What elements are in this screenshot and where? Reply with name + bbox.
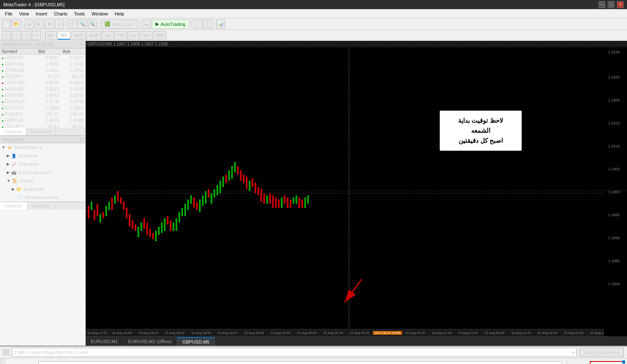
line-tool-button[interactable]: ╱ bbox=[193, 20, 202, 29]
expert-dropdown[interactable]: 2 MA Crosses Mega filter EA V1.ex4 ▾ bbox=[12, 348, 577, 357]
tf-h1[interactable]: H1 bbox=[102, 31, 114, 40]
close-button[interactable]: ✕ bbox=[617, 1, 624, 8]
autotrading-icon: ▶ bbox=[155, 21, 159, 27]
tf-m30[interactable]: M30 bbox=[87, 31, 101, 40]
toolbar2-icon1[interactable]: | bbox=[2, 31, 11, 40]
nav-tab-favorites[interactable]: Favorites bbox=[28, 202, 55, 210]
tf-m1[interactable]: M1 bbox=[45, 31, 57, 40]
navigator-tabs: Common Favorites bbox=[0, 202, 85, 210]
new-order-button[interactable]: 💹 New Order bbox=[101, 20, 138, 29]
chart-tab-eurusd-m1[interactable]: EURUSD,M1 bbox=[86, 338, 123, 345]
svg-text:1.1920: 1.1920 bbox=[608, 98, 620, 102]
market-watch-row[interactable]: ● EURGBP 0.8843 0.8846 bbox=[0, 92, 85, 99]
nav-accounts[interactable]: ▶ 👤 Accounts bbox=[0, 152, 85, 160]
svg-rect-35 bbox=[178, 212, 180, 222]
minimize-button[interactable]: ─ bbox=[599, 1, 605, 8]
bid-cell: 0.8921 bbox=[36, 55, 61, 61]
svg-rect-27 bbox=[155, 231, 157, 241]
bid-cell: 1.2894 bbox=[36, 105, 61, 111]
toolbar2-icon4[interactable]: A bbox=[32, 31, 41, 40]
market-watch-row[interactable]: ● USDCHF 0.8921 0.8925 bbox=[0, 55, 85, 61]
ask-cell: 1.6342 bbox=[61, 61, 85, 67]
indicator-button[interactable]: 📊 bbox=[216, 20, 225, 29]
bid-cell: 1.0515 bbox=[36, 86, 61, 92]
market-watch-close[interactable]: ✕ bbox=[79, 42, 83, 47]
menu-tools[interactable]: Tools bbox=[71, 10, 88, 17]
svg-text:1.1910: 1.1910 bbox=[608, 144, 620, 148]
navigator-close[interactable]: ✕ bbox=[79, 136, 83, 142]
period-dropdown[interactable]: M5 ▾ bbox=[590, 361, 624, 364]
market-watch-row[interactable]: ● EURCHF 1.2894 1.2897 bbox=[0, 105, 85, 111]
tf-m15[interactable]: M15 bbox=[71, 31, 86, 40]
refresh-button[interactable]: ↺ bbox=[55, 20, 64, 29]
menu-view[interactable]: View bbox=[16, 10, 33, 17]
market-watch-scroll[interactable]: Symbol Bid Ask ● USDCHF 0.8921 0.8925 ● … bbox=[0, 48, 85, 128]
nav-examples[interactable]: ▶ 📁 Examples bbox=[0, 185, 85, 193]
menu-bar: File View Insert Charts Tools Window Hel… bbox=[0, 9, 627, 18]
tf-m5[interactable]: M5 bbox=[58, 31, 70, 40]
svg-rect-40 bbox=[193, 197, 195, 208]
market-watch-row[interactable]: ● CADJPY 86.43 86.49 bbox=[0, 124, 85, 128]
svg-text:1.1915: 1.1915 bbox=[608, 121, 620, 125]
crosshair-button[interactable]: ✛ bbox=[68, 20, 77, 29]
tab-symbols[interactable]: Symbols bbox=[0, 128, 26, 135]
menu-insert[interactable]: Insert bbox=[32, 10, 51, 17]
nav-scripts[interactable]: ▼ 📜 Scripts bbox=[0, 177, 85, 185]
tf-w1[interactable]: W1 bbox=[140, 31, 153, 40]
nav-metatrader4[interactable]: ▼ 🖥 MetaTrader 4 bbox=[0, 143, 85, 152]
menu-charts[interactable]: Charts bbox=[51, 10, 71, 17]
time-label-5: 31 Aug 18:56 bbox=[188, 331, 214, 335]
autotrading-button[interactable]: ▶ AutoTrading bbox=[152, 20, 189, 29]
svg-rect-71 bbox=[284, 195, 285, 204]
nav-tab-common[interactable]: Common bbox=[0, 202, 28, 210]
toolbar2-icon3[interactable]: ╲ bbox=[22, 31, 31, 40]
nav-items: ▼ 🖥 MetaTrader 4 ▶ 👤 Accounts ▶ 📈 Indica… bbox=[0, 143, 85, 202]
market-watch-row[interactable]: ● AUDUSD 1.0515 1.0518 bbox=[0, 86, 85, 92]
tf-mn[interactable]: MN bbox=[153, 31, 166, 40]
expert-properties-button[interactable]: Expert properties bbox=[579, 348, 624, 357]
nav-expert-advisors[interactable]: ▶ 🤖 Expert Advisors bbox=[0, 168, 85, 177]
time-label-8: 31 Aug 19:44 bbox=[267, 331, 293, 335]
market-watch-row[interactable]: ● EURJPY 120.21 120.25 bbox=[0, 111, 85, 117]
symbol-dropdown[interactable]: GBPUSD, Great Britain Pound vs US Dollar… bbox=[38, 361, 562, 364]
menu-file[interactable]: File bbox=[2, 10, 16, 17]
zoom-out-button[interactable]: 🔍 bbox=[88, 20, 97, 29]
menu-window[interactable]: Window bbox=[88, 10, 111, 17]
symbol-cell: ● EURUSD bbox=[0, 67, 36, 73]
symbol-cell: ● GBPCHF bbox=[0, 117, 36, 124]
bid-cell: 120.21 bbox=[36, 111, 61, 117]
chart-canvas[interactable]: 1.1530 1.1925 1.1920 1.1915 1.1910 1.190… bbox=[86, 47, 627, 334]
market-watch-row[interactable]: ● GBPCHF 1.4575 1.4585 bbox=[0, 117, 85, 124]
nav-indicators[interactable]: ▶ 📈 Indicators bbox=[0, 160, 85, 168]
market-watch-row[interactable]: ● GBPUSD 1.6339 1.6342 bbox=[0, 61, 85, 67]
expand-icon: ▶ bbox=[7, 154, 10, 158]
tab-tick-chart[interactable]: Tick Chart bbox=[26, 128, 56, 135]
nav-indicators-label: Indicators bbox=[19, 162, 39, 167]
stop-button[interactable]: ⏹ bbox=[45, 20, 54, 29]
menu-help[interactable]: Help bbox=[111, 10, 127, 17]
text-tool-button[interactable]: T bbox=[203, 20, 212, 29]
close-strategy-icon[interactable]: ✕ bbox=[3, 349, 9, 355]
market-watch-row[interactable]: ● USDCAD 0.9620 0.9624 bbox=[0, 80, 85, 86]
market-watch-row[interactable]: ● USDJPY 83.19 83.22 bbox=[0, 73, 85, 80]
toolbar2-icon2[interactable]: ─ bbox=[12, 31, 21, 40]
forward-button[interactable]: ▶ bbox=[35, 20, 44, 29]
tf-d1[interactable]: D1 bbox=[127, 31, 139, 40]
time-label-1: 31 Aug 17:52 bbox=[86, 331, 109, 335]
chart-tab-eurusd-m2[interactable]: EURUSD,M2 (offline) bbox=[123, 338, 177, 345]
chart-tab-gbpusd-m5[interactable]: GBPUSD,M5 bbox=[177, 337, 215, 346]
market-watch-row[interactable]: ● EURAUD 1.3736 1.3748 bbox=[0, 99, 85, 105]
symbol-cell: ● USDCHF bbox=[0, 55, 36, 61]
market-watch-row[interactable]: ● EURUSD 1.4451 1.4453 bbox=[0, 67, 85, 73]
col-bid: Bid bbox=[36, 48, 61, 55]
open-button[interactable]: 📂 bbox=[12, 20, 21, 29]
maximize-button[interactable]: □ bbox=[608, 1, 614, 8]
chart-bar-button[interactable]: ▬ bbox=[142, 20, 151, 29]
main-toolbar: 📄 📂 ◀ ▶ ⏹ ↺ ✛ 🔍 🔍 💹 New Order ▬ ▶ AutoTr… bbox=[0, 18, 627, 30]
back-button[interactable]: ◀ bbox=[25, 20, 34, 29]
svg-rect-6 bbox=[94, 210, 95, 220]
tf-h4[interactable]: H4 bbox=[115, 31, 126, 40]
zoom-in-button[interactable]: 🔍 bbox=[78, 20, 87, 29]
new-button[interactable]: 📄 bbox=[2, 20, 11, 29]
nav-period-converter[interactable]: 📄 PeriodConverter bbox=[0, 193, 85, 202]
